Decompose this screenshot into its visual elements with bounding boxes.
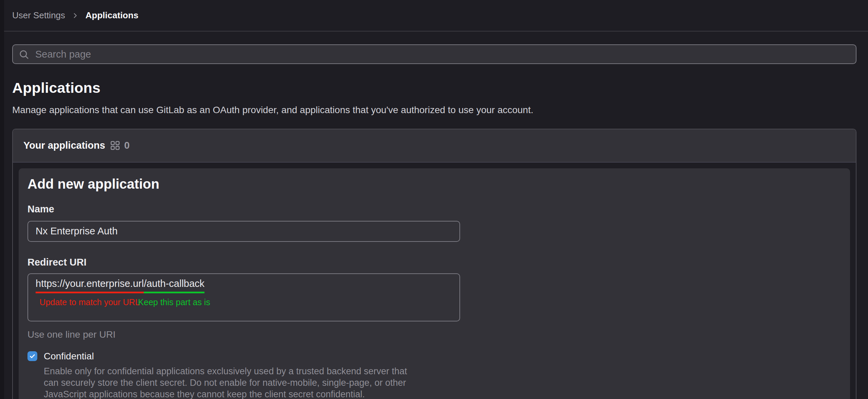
page-description: Manage applications that can use GitLab … <box>12 104 856 117</box>
redirect-uri-textarea[interactable]: https://your.enterprise.urlUpdate to mat… <box>27 273 460 321</box>
applications-count-badge: 0 <box>124 140 130 151</box>
breadcrumb-applications: Applications <box>85 10 138 21</box>
confidential-label[interactable]: Confidential <box>44 351 94 362</box>
top-bar: User Settings Applications <box>0 0 868 31</box>
your-applications-body: Add new application Name Redirect URI ht… <box>13 163 856 399</box>
breadcrumb: User Settings Applications <box>12 10 138 21</box>
add-new-application-title: Add new application <box>27 176 841 191</box>
page-title: Applications <box>12 80 856 96</box>
redirect-uri-hint: Use one line per URI <box>27 329 841 340</box>
search-container <box>12 44 856 64</box>
add-new-application-card: Add new application Name Redirect URI ht… <box>19 168 850 399</box>
your-applications-title: Your applications <box>23 140 105 151</box>
breadcrumb-user-settings[interactable]: User Settings <box>12 10 65 21</box>
chevron-right-icon <box>71 12 79 20</box>
search-input[interactable] <box>12 44 856 64</box>
confidential-help-text: Enable only for confidential application… <box>44 365 841 399</box>
main-content: Applications Manage applications that ca… <box>0 44 868 399</box>
confidential-help-line: can securely store the client secret. Do… <box>44 377 841 388</box>
window-edge <box>0 0 4 399</box>
name-label: Name <box>27 204 841 215</box>
your-applications-panel: Your applications 0 Add new application … <box>12 129 856 399</box>
applications-grid-icon <box>111 141 120 150</box>
redirect-uri-part-path: /auth-callbackKeep this part as is <box>144 278 204 293</box>
annotation-update-url: Update to match your URL <box>40 297 140 307</box>
confidential-checkbox[interactable] <box>27 351 37 361</box>
annotation-keep-part: Keep this part as is <box>138 297 210 307</box>
confidential-help-line: JavaScript applications because they can… <box>44 388 841 399</box>
name-input[interactable] <box>27 221 460 242</box>
confidential-help-line: Enable only for confidential application… <box>44 365 841 377</box>
confidential-row: Confidential <box>27 351 841 362</box>
redirect-uri-label: Redirect URI <box>27 257 841 268</box>
your-applications-header: Your applications 0 <box>13 129 856 163</box>
checkmark-icon <box>29 353 36 359</box>
redirect-uri-value: https://your.enterprise.urlUpdate to mat… <box>36 278 452 293</box>
redirect-uri-part-host: https://your.enterprise.urlUpdate to mat… <box>36 278 144 293</box>
